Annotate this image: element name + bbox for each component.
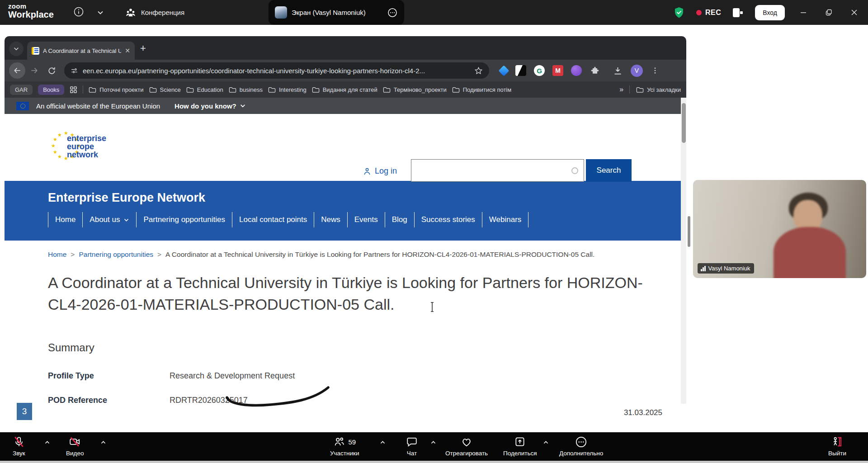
tab-more-options-icon[interactable] bbox=[387, 7, 398, 18]
page-scrollbar[interactable] bbox=[681, 98, 686, 404]
react-button[interactable]: Отреагировать bbox=[445, 435, 488, 457]
restore-button[interactable] bbox=[822, 9, 835, 16]
extension-bw-icon[interactable] bbox=[515, 65, 526, 76]
chat-button[interactable]: Чат bbox=[406, 435, 418, 457]
eu-banner-text: An official website of the European Unio… bbox=[36, 102, 160, 110]
nav-item-home[interactable]: Home bbox=[48, 212, 82, 227]
share-options-chevron[interactable] bbox=[543, 439, 549, 445]
page-scrollbar-thumb[interactable] bbox=[682, 103, 686, 143]
share-button[interactable]: Поделиться bbox=[503, 435, 537, 457]
audio-button[interactable]: Звук bbox=[13, 435, 25, 457]
tab-conference-label: Конференция bbox=[141, 9, 184, 16]
chevron-down-icon bbox=[123, 217, 129, 223]
new-tab-button[interactable]: + bbox=[140, 43, 146, 53]
participants-button[interactable]: 59 Участники bbox=[330, 435, 359, 457]
extension-purple-icon[interactable] bbox=[571, 65, 582, 76]
leave-button[interactable]: Выйти bbox=[828, 435, 846, 457]
chevron-down-icon[interactable] bbox=[97, 9, 104, 16]
extension-mendeley-icon[interactable]: M bbox=[552, 65, 563, 76]
nav-item-news[interactable]: News bbox=[314, 212, 347, 227]
bookmark-folder-potochni[interactable]: Поточні проекти bbox=[89, 86, 143, 93]
participants-options-chevron[interactable] bbox=[380, 439, 386, 445]
heart-icon bbox=[461, 435, 472, 448]
nav-item-about-us[interactable]: About us bbox=[82, 212, 136, 227]
search-input[interactable] bbox=[411, 159, 584, 182]
chat-options-chevron[interactable] bbox=[430, 439, 436, 445]
popout-panel-icon[interactable] bbox=[733, 8, 740, 17]
een-logo[interactable]: ★★ ★★ ★★ ★★ ★★ ★★ enterprise europe netw… bbox=[48, 126, 152, 169]
login-link[interactable]: Log in bbox=[363, 166, 397, 176]
bookmark-folder-education[interactable]: Education bbox=[186, 86, 223, 93]
rec-dot bbox=[696, 10, 702, 15]
camera-muted-icon bbox=[69, 435, 81, 448]
breadcrumb-separator: > bbox=[71, 250, 75, 259]
breadcrumb: Home > Partnering opportunities > A Coor… bbox=[48, 250, 686, 259]
nav-item-webinars[interactable]: Webinars bbox=[482, 212, 529, 227]
tab-screen-share[interactable]: Экран (Vasyl Namoniuk) bbox=[269, 0, 404, 25]
bookmark-folder-business[interactable]: business bbox=[229, 86, 263, 93]
meeting-toolbar: Звук Видео 59 Участники Чат Отреагиров bbox=[0, 432, 868, 461]
summary-heading: Summary bbox=[48, 341, 686, 354]
video-button[interactable]: Видео bbox=[66, 435, 84, 457]
tab-search-button[interactable] bbox=[9, 42, 24, 56]
browser-tab[interactable]: A Coordinator at a Technical Un ✕ bbox=[27, 42, 135, 60]
minimize-button[interactable] bbox=[797, 9, 810, 16]
bookmark-folder-science[interactable]: Science bbox=[149, 86, 181, 93]
main-navigation: Home About us Partnering opportunities L… bbox=[48, 212, 686, 227]
menu-kebab-icon[interactable] bbox=[651, 66, 659, 75]
sign-in-button[interactable]: Вход bbox=[755, 5, 785, 20]
audio-options-chevron[interactable] bbox=[44, 439, 50, 445]
bookmarks-overflow-icon[interactable]: » bbox=[619, 85, 623, 94]
bookmark-folder-vydannia[interactable]: Видання для статей bbox=[312, 86, 377, 93]
tab-conference[interactable]: Конференция bbox=[125, 0, 184, 25]
breadcrumb-home-link[interactable]: Home bbox=[48, 250, 66, 259]
rec-indicator: REC bbox=[696, 9, 721, 17]
shared-screen-scrollbar[interactable] bbox=[688, 216, 690, 247]
people-icon bbox=[125, 7, 137, 19]
nav-item-success-stories[interactable]: Success stories bbox=[414, 212, 482, 227]
microphone-muted-icon bbox=[13, 435, 25, 448]
audio-level-icon bbox=[701, 266, 706, 271]
bookmarks-divider bbox=[83, 85, 83, 94]
extensions-puzzle-icon[interactable] bbox=[590, 65, 600, 76]
page-title: A Coordinator at a Technical University … bbox=[48, 272, 649, 315]
forward-button[interactable] bbox=[26, 62, 42, 79]
participant-avatar bbox=[275, 6, 287, 19]
leave-meeting-icon bbox=[831, 435, 843, 448]
more-ellipsis-icon bbox=[575, 435, 587, 448]
nav-item-blog[interactable]: Blog bbox=[385, 212, 414, 227]
back-button[interactable] bbox=[9, 62, 25, 79]
video-tile[interactable]: Vasyl Namoniuk bbox=[693, 180, 866, 278]
security-shield-icon[interactable] bbox=[674, 7, 684, 19]
extension-grammarly-icon[interactable]: G bbox=[534, 65, 545, 76]
nav-item-local-contact-points[interactable]: Local contact points bbox=[232, 212, 314, 227]
bookmark-books[interactable]: Books bbox=[38, 85, 64, 95]
bookmark-folder-terminovo[interactable]: Терміново_проекти bbox=[383, 86, 447, 93]
bookmark-gar[interactable]: GAR bbox=[10, 85, 33, 95]
breadcrumb-section-link[interactable]: Partnering opportunities bbox=[79, 250, 153, 259]
video-options-chevron[interactable] bbox=[100, 439, 106, 445]
more-button[interactable]: Дополнительно bbox=[559, 435, 603, 457]
bookmark-all-bookmarks[interactable]: Усі закладки bbox=[636, 86, 681, 93]
nav-item-events[interactable]: Events bbox=[347, 212, 385, 227]
info-icon[interactable] bbox=[73, 6, 84, 17]
bookmark-folder-watch-later[interactable]: Подивитися потім bbox=[452, 86, 511, 93]
apps-grid-icon[interactable] bbox=[70, 86, 77, 94]
downloads-icon[interactable] bbox=[613, 66, 623, 76]
eu-banner-question[interactable]: How do you know? bbox=[175, 102, 246, 110]
search-button[interactable]: Search bbox=[586, 159, 632, 182]
nav-item-partnering-opportunities[interactable]: Partnering opportunities bbox=[136, 212, 232, 227]
bookmarks-divider-2 bbox=[629, 85, 630, 94]
extension-quill-icon[interactable] bbox=[498, 65, 509, 76]
reload-button[interactable] bbox=[43, 62, 60, 79]
address-bar[interactable]: een.ec.europa.eu/partnering-opportunitie… bbox=[64, 62, 489, 79]
een-logo-line1: enterprise bbox=[67, 134, 106, 142]
bookmark-star-icon[interactable] bbox=[474, 66, 483, 75]
profile-type-label: Profile Type bbox=[48, 371, 170, 381]
bookmark-folder-interesting[interactable]: Interesting bbox=[268, 86, 307, 93]
profile-avatar[interactable]: V bbox=[631, 65, 643, 77]
tab-close-icon[interactable]: ✕ bbox=[125, 47, 130, 54]
site-info-icon[interactable] bbox=[71, 67, 78, 75]
taskbar-edge bbox=[0, 461, 868, 463]
close-button[interactable] bbox=[847, 9, 861, 16]
